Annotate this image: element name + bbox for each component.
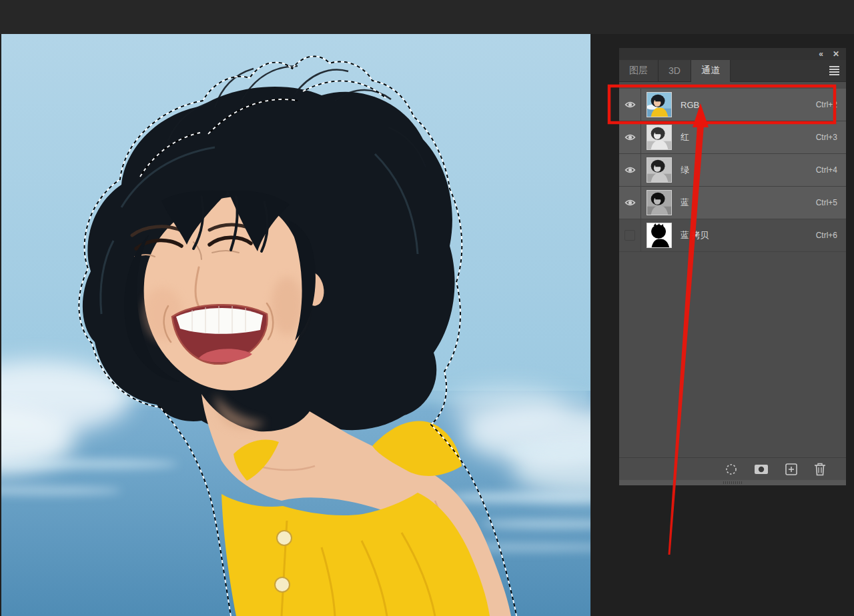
channel-thumbnail-blue (647, 190, 672, 215)
channel-thumbnail-green (647, 157, 672, 183)
channel-name: 绿 (681, 164, 816, 176)
visibility-toggle-blue-copy[interactable] (619, 219, 641, 251)
tab-channels[interactable]: 通道 (691, 60, 731, 82)
load-selection-icon[interactable] (725, 463, 738, 476)
tab-3d[interactable]: 3D (659, 60, 691, 81)
eye-icon (624, 133, 636, 141)
channel-shortcut: Ctrl+6 (816, 231, 837, 240)
channel-shortcut: Ctrl+5 (816, 198, 837, 207)
channel-name: 蓝 拷贝 (681, 229, 816, 241)
channel-row-red[interactable]: 红 Ctrl+3 (619, 121, 846, 154)
channel-name: RGB (681, 100, 816, 110)
channel-thumbnail-blue-copy (647, 223, 672, 248)
visibility-toggle-blue[interactable] (619, 187, 641, 219)
tab-layers[interactable]: 图层 (619, 60, 659, 81)
app-background-strip (0, 0, 854, 34)
eye-icon (624, 101, 636, 109)
panel-header: « ✕ (619, 48, 846, 60)
channel-thumbnail-red (647, 125, 672, 150)
panel-footer (619, 457, 846, 480)
save-selection-as-channel-icon[interactable] (754, 463, 769, 476)
photo-illustration (1, 34, 590, 616)
delete-channel-icon[interactable] (814, 463, 826, 476)
channel-thumbnail-rgb (647, 92, 672, 117)
panel-empty-area (619, 252, 846, 457)
empty-eye-well (624, 230, 635, 241)
channel-list: RGB Ctrl+2 红 Ctrl+3 (619, 82, 846, 252)
eye-icon (624, 199, 636, 207)
eye-icon (624, 166, 636, 174)
channel-name: 蓝 (681, 197, 816, 209)
channel-row-blue-copy[interactable]: 蓝 拷贝 Ctrl+6 (619, 219, 846, 252)
channel-row-blue[interactable]: 蓝 Ctrl+5 (619, 187, 846, 219)
resize-grip-icon (723, 481, 742, 484)
panel-menu-icon[interactable] (829, 66, 839, 75)
document-canvas[interactable] (1, 34, 590, 616)
visibility-toggle-red[interactable] (619, 121, 641, 153)
visibility-toggle-rgb[interactable] (619, 89, 641, 121)
channel-shortcut: Ctrl+4 (816, 165, 837, 175)
visibility-toggle-green[interactable] (619, 154, 641, 186)
channel-row-rgb[interactable]: RGB Ctrl+2 (619, 89, 846, 121)
channel-shortcut: Ctrl+3 (816, 133, 837, 142)
close-panel-icon[interactable]: ✕ (833, 50, 839, 58)
channel-row-green[interactable]: 绿 Ctrl+4 (619, 154, 846, 187)
channel-shortcut: Ctrl+2 (816, 100, 837, 109)
panel-tabbar: 图层 3D 通道 (619, 60, 846, 82)
new-channel-icon[interactable] (785, 463, 798, 476)
collapse-panel-icon[interactable]: « (819, 50, 823, 58)
channel-name: 红 (681, 131, 816, 143)
channels-panel: « ✕ 图层 3D 通道 (619, 48, 846, 485)
panel-resize-strip[interactable] (619, 480, 846, 485)
